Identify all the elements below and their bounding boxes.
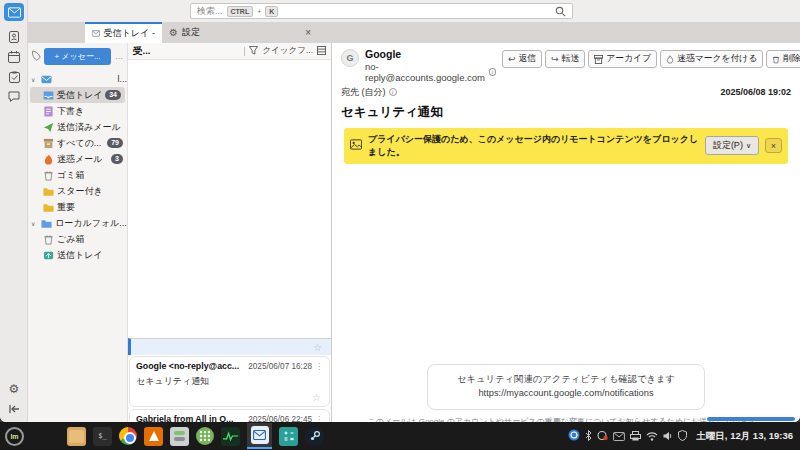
overflow-icon[interactable]: ⋮ [315,362,323,371]
bluetooth-icon[interactable] [585,427,592,445]
selected-message-card[interactable]: ☆ [128,338,331,355]
tab-settings[interactable]: ⚙ 設定 × [162,22,318,43]
local-folders-row[interactable]: ∨ ローカルフォル... [28,215,127,231]
global-search-input[interactable]: 検索... CTRL + K [190,3,573,19]
hp-status-icon[interactable] [568,427,580,445]
folder-item-important[interactable]: 重要 [28,199,127,215]
calculator-icon[interactable] [279,427,298,446]
quick-filter-icon[interactable] [249,46,258,57]
folder-item-junk[interactable]: 迷惑メール 3 [28,151,127,167]
new-message-button[interactable]: + メッセー... [44,48,111,65]
banner-settings-button[interactable]: 設定(P) ∨ [705,136,759,155]
banner-close-icon[interactable]: × [765,138,782,153]
folder-item-allmail[interactable]: すべての... 79 [28,135,127,151]
archive-icon [43,138,54,149]
tab-inbox-label: 受信トレイ - [104,27,155,40]
file-manager-icon[interactable] [67,427,86,446]
kbd-ctrl: CTRL [227,6,254,17]
junk-button[interactable]: 迷惑マークを付ける [660,50,763,68]
folder-item-sent[interactable]: 送信済みメール [28,119,127,135]
drafts-icon [43,106,54,117]
reply-button[interactable]: ↩ 返信 [502,50,542,68]
folder-label: スター付き [57,185,103,198]
terminal-icon[interactable]: $_ [93,427,112,446]
archive-icon [594,55,603,64]
wifi-icon[interactable] [646,427,658,445]
star-icon[interactable]: ☆ [312,392,321,403]
update-manager-icon[interactable] [597,427,608,445]
folder-item-starred[interactable]: スター付き [28,183,127,199]
message-subject: セキュリティ通知 [136,375,323,388]
taskbar-clock[interactable]: 土曜日, 12月 13, 19:36 [696,430,793,443]
trash-icon [43,234,54,245]
outbox-icon [43,250,54,261]
tasks-space-icon[interactable] [4,68,24,86]
message-list-options-icon[interactable] [317,46,326,57]
flame-icon [43,154,54,165]
info-icon[interactable]: i [489,68,496,76]
content-link[interactable]: https://myaccount.google.com/notificatio… [428,387,704,401]
content-line: セキュリティ関連のアクティビティも確認できます [428,373,704,387]
message-list-item[interactable]: Google <no-reply@acc... 2025/06/07 16:28… [129,356,330,407]
folder-label: 下書き [57,105,84,118]
address-book-space-icon[interactable] [4,28,24,46]
folder-pane-options-icon[interactable] [31,47,42,65]
folder-pane-header: + メッセー... … [28,43,127,69]
overflow-icon[interactable]: ⋮ [315,415,323,422]
mint-menu-button[interactable]: lm [5,427,24,446]
mail-tab-icon [92,29,100,38]
separator [244,47,245,56]
settings-gear-icon[interactable]: ⚙ [4,380,24,398]
mail-notification-icon[interactable] [613,427,625,445]
archive-button[interactable]: アーカイブ [588,50,657,68]
vlc-icon[interactable] [144,427,163,446]
chevron-down-icon[interactable]: ∨ [31,220,38,227]
message-body: セキュリティ関連のアクティビティも確認できます https://myaccoun… [332,164,800,422]
folder-item-drafts[interactable]: 下書き [28,103,127,119]
message-subject: セキュリティ通知 [341,104,791,121]
chevron-down-icon[interactable]: ∨ [31,76,38,83]
chrome-icon[interactable] [119,427,137,445]
quick-filter-label[interactable]: クイックフ... [262,45,313,57]
message-sender: Google <no-reply@acc... [136,361,245,371]
gear-icon: ⚙ [169,27,178,38]
thunderbird-icon[interactable] [247,423,272,449]
account-row[interactable]: ∨ l... [28,71,127,87]
message-date: 2025/06/06 22:45 [248,415,312,422]
system-monitor-icon[interactable] [221,427,240,446]
printer-icon[interactable] [630,427,641,445]
app-grid-icon[interactable] [196,427,214,445]
folder-item-inbox[interactable]: 受信トレイ 34 [30,87,125,103]
steam-icon[interactable] [305,427,324,446]
sent-icon [43,122,54,133]
trash-icon [772,55,780,64]
forward-button[interactable]: ↪ 転送 [545,50,585,68]
sender-avatar: G [341,49,359,67]
shield-icon[interactable] [678,427,687,445]
tab-inbox[interactable]: 受信トレイ - [85,22,162,43]
mail-space-icon[interactable] [4,3,24,21]
delete-button[interactable]: 削除 [766,50,800,68]
settings-toggles-icon[interactable] [170,427,189,446]
unread-badge: 79 [107,138,123,148]
collapse-spaces-icon[interactable] [4,400,24,418]
message-list-item[interactable]: Gabriela from All in O... 2025/06/06 22:… [129,409,330,422]
folder-item-local-trash[interactable]: ごみ箱 [28,231,127,247]
email-content-card: セキュリティ関連のアクティビティも確認できます https://myaccoun… [427,364,705,410]
folder-item-outbox[interactable]: 送信トレイ [28,247,127,263]
delete-label: 削除 [783,53,800,65]
folder-pane-more-icon[interactable]: … [113,52,125,61]
titlebar: 検索... CTRL + K [0,0,800,22]
horizontal-scrollbar[interactable] [707,417,795,421]
chat-space-icon[interactable] [4,88,24,106]
star-icon[interactable]: ☆ [313,342,322,353]
thunderbird-window: 検索... CTRL + K ⚙ [0,0,800,422]
calendar-space-icon[interactable] [4,48,24,66]
tab-close-icon[interactable]: × [305,27,311,38]
folder-label: 重要 [57,201,75,214]
info-icon[interactable]: i [389,88,397,96]
to-label: 宛先 (自分) [341,86,386,99]
unread-badge: 34 [105,90,121,100]
volume-icon[interactable] [663,427,673,445]
folder-item-trash[interactable]: ゴミ箱 [28,167,127,183]
